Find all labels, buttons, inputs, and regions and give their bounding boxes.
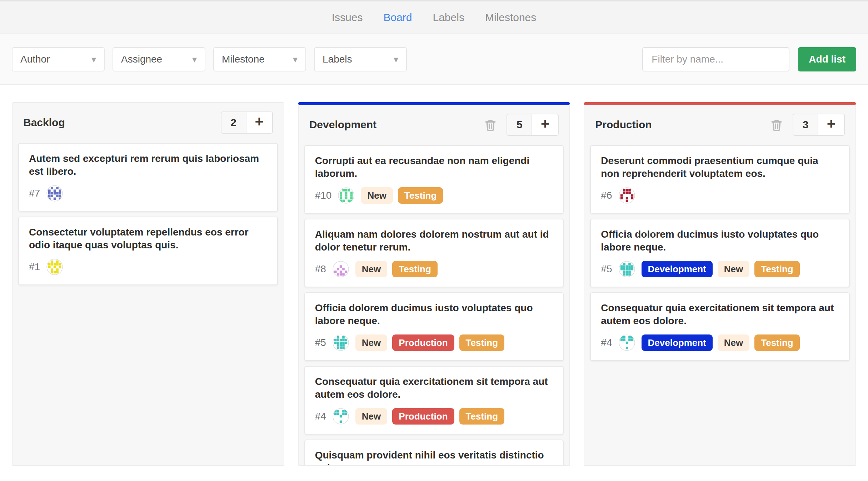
label-chip-testing[interactable]: Testing xyxy=(459,408,505,425)
dropdown-label: Assignee xyxy=(121,54,162,65)
chevron-down-icon: ▾ xyxy=(91,55,96,64)
delete-list-button[interactable] xyxy=(484,118,497,132)
filter-dropdown-author[interactable]: Author ▾ xyxy=(12,47,105,71)
issue-meta: #8 NewTesting xyxy=(315,261,553,277)
nav-tab-board[interactable]: Board xyxy=(383,11,412,24)
nav-tab-milestones[interactable]: Milestones xyxy=(485,11,536,24)
issue-meta: #6 xyxy=(601,187,839,204)
issue-counter: 2 + xyxy=(221,111,273,134)
card-list: Deserunt commodi praesentium cumque quia… xyxy=(584,143,855,363)
dropdown-label: Author xyxy=(20,54,50,65)
issue-card[interactable]: Consequatur quia exercitationem sit temp… xyxy=(304,366,564,435)
issue-card[interactable]: Autem sed excepturi rem rerum quis labor… xyxy=(18,143,278,212)
filter-dropdown-labels[interactable]: Labels ▾ xyxy=(314,47,407,71)
avatar xyxy=(619,334,635,351)
issue-title: Consequatur quia exercitationem sit temp… xyxy=(601,302,839,327)
issue-card[interactable]: Officia dolorem ducimus iusto voluptates… xyxy=(590,219,850,287)
issue-id: #4 xyxy=(601,337,612,348)
issue-card[interactable]: Consectetur voluptatem repellendus eos e… xyxy=(18,217,278,285)
label-chips: NewTesting xyxy=(361,187,443,204)
label-chip-new[interactable]: New xyxy=(355,408,387,425)
dropdown-label: Labels xyxy=(323,54,352,65)
board-column-development: Development 5 + Corrupti aut ea recusand… xyxy=(298,102,570,466)
label-chip-testing[interactable]: Testing xyxy=(754,261,800,277)
avatar xyxy=(333,334,349,351)
issue-title: Autem sed excepturi rem rerum quis labor… xyxy=(29,152,267,178)
chevron-down-icon: ▾ xyxy=(293,55,298,64)
trash-icon xyxy=(484,118,497,132)
filter-dropdown-milestone[interactable]: Milestone ▾ xyxy=(213,47,306,71)
avatar xyxy=(619,261,635,277)
label-chip-production[interactable]: Production xyxy=(392,334,454,351)
delete-list-button[interactable] xyxy=(770,118,783,132)
add-issue-button[interactable]: + xyxy=(818,114,844,135)
issue-title: Consequatur quia exercitationem sit temp… xyxy=(315,375,553,401)
label-chip-development[interactable]: Development xyxy=(642,334,713,351)
issue-count-badge: 3 xyxy=(793,114,818,135)
issue-card[interactable]: Quisquam provident nihil eos veritatis d… xyxy=(304,440,564,465)
card-list: Autem sed excepturi rem rerum quis labor… xyxy=(13,141,284,287)
column-title: Backlog xyxy=(23,116,221,129)
issue-card[interactable]: Deserunt commodi praesentium cumque quia… xyxy=(590,145,850,214)
trash-icon xyxy=(770,118,783,132)
issue-title: Consectetur voluptatem repellendus eos e… xyxy=(29,226,267,252)
label-chip-testing[interactable]: Testing xyxy=(398,187,443,204)
add-issue-button[interactable]: + xyxy=(532,114,558,135)
column-title: Production xyxy=(595,119,770,131)
issue-count-badge: 2 xyxy=(221,112,246,133)
issue-id: #7 xyxy=(29,188,40,199)
issue-title: Aliquam nam dolores dolorem nostrum aut … xyxy=(315,228,553,254)
filter-dropdown-assignee[interactable]: Assignee ▾ xyxy=(113,47,205,71)
top-navbar: IssuesBoardLabelsMilestones xyxy=(0,0,868,34)
board-column-production: Production 3 + Deserunt commodi praesent… xyxy=(584,102,856,466)
column-title: Development xyxy=(309,119,484,131)
label-chip-testing[interactable]: Testing xyxy=(459,334,505,351)
nav-items: IssuesBoardLabelsMilestones xyxy=(332,11,537,24)
issue-id: #1 xyxy=(29,261,40,273)
label-chip-new[interactable]: New xyxy=(355,261,387,277)
add-issue-button[interactable]: + xyxy=(246,112,272,133)
board-column-backlog: Backlog 2 + Autem sed excepturi rem reru… xyxy=(12,102,284,466)
avatar xyxy=(333,408,349,425)
filter-bar: Author ▾ Assignee ▾ Milestone ▾ Labels ▾… xyxy=(0,34,868,85)
label-chip-development[interactable]: Development xyxy=(642,261,713,277)
issue-card[interactable]: Corrupti aut ea recusandae non nam elige… xyxy=(304,145,564,214)
issue-id: #5 xyxy=(601,263,612,275)
label-chip-new[interactable]: New xyxy=(355,334,387,351)
label-chips: NewTesting xyxy=(355,261,438,277)
issue-title: Officia dolorem ducimus iusto voluptates… xyxy=(601,228,839,254)
label-chip-new[interactable]: New xyxy=(718,334,749,351)
filter-dropdowns: Author ▾ Assignee ▾ Milestone ▾ Labels ▾ xyxy=(12,47,415,71)
issue-title: Corrupti aut ea recusandae non nam elige… xyxy=(315,154,553,180)
column-header: Production 3 + xyxy=(584,105,855,143)
issue-counter: 5 + xyxy=(507,114,559,136)
nav-tab-labels[interactable]: Labels xyxy=(433,11,464,24)
label-chips: DevelopmentNewTesting xyxy=(642,261,800,277)
label-chip-testing[interactable]: Testing xyxy=(754,334,800,351)
add-list-button[interactable]: Add list xyxy=(798,47,856,71)
issue-id: #8 xyxy=(315,263,326,275)
issue-meta: #4 DevelopmentNewTesting xyxy=(601,334,839,351)
issue-title: Deserunt commodi praesentium cumque quia… xyxy=(601,154,839,180)
column-header: Backlog 2 + xyxy=(13,103,284,141)
label-chips: NewProductionTesting xyxy=(355,334,504,351)
issue-card[interactable]: Aliquam nam dolores dolorem nostrum aut … xyxy=(304,219,564,287)
issue-meta: #4 NewProductionTesting xyxy=(315,408,553,425)
label-chip-new[interactable]: New xyxy=(718,261,749,277)
issue-card[interactable]: Consequatur quia exercitationem sit temp… xyxy=(590,292,850,361)
avatar xyxy=(619,187,635,204)
label-chip-new[interactable]: New xyxy=(361,187,393,204)
nav-tab-issues[interactable]: Issues xyxy=(332,11,363,24)
issue-counter: 3 + xyxy=(793,114,845,136)
filter-by-name-input[interactable] xyxy=(642,47,789,71)
chevron-down-icon: ▾ xyxy=(394,55,398,64)
issue-card[interactable]: Officia dolorem ducimus iusto voluptates… xyxy=(304,292,564,361)
issue-id: #5 xyxy=(315,337,326,348)
label-chips: NewProductionTesting xyxy=(355,408,504,425)
avatar xyxy=(338,187,354,204)
label-chip-testing[interactable]: Testing xyxy=(392,261,438,277)
issue-id: #4 xyxy=(315,411,326,422)
issue-meta: #5 DevelopmentNewTesting xyxy=(601,261,839,277)
issue-meta: #5 NewProductionTesting xyxy=(315,334,553,351)
label-chip-production[interactable]: Production xyxy=(392,408,454,425)
